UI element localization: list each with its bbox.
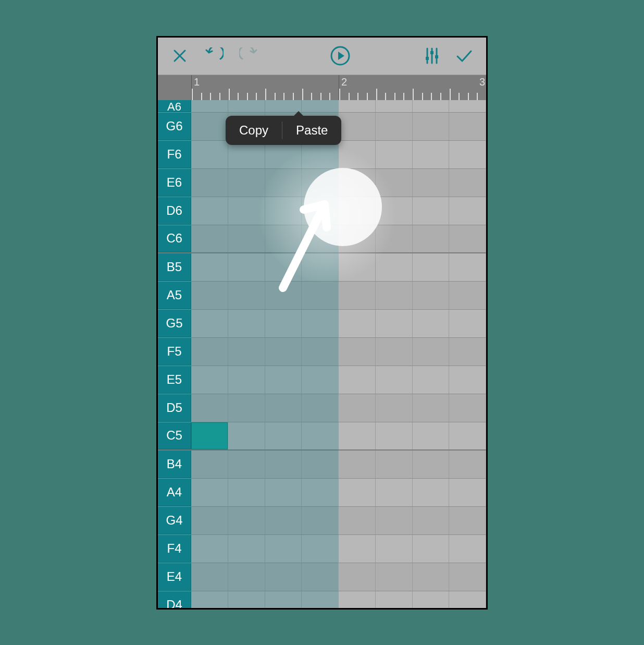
key-label[interactable]: C5 [158, 422, 191, 449]
svg-rect-2 [430, 51, 434, 54]
confirm-button[interactable] [452, 43, 477, 68]
measure-label: 3 [479, 76, 485, 88]
key-label[interactable]: G6 [158, 113, 191, 140]
key-label[interactable]: E4 [158, 563, 191, 591]
key-label[interactable]: E5 [158, 366, 191, 394]
key-label[interactable]: D6 [158, 197, 191, 225]
key-label[interactable]: G5 [158, 310, 191, 337]
measure-label: 2 [341, 76, 347, 88]
piano-roll-grid[interactable]: A6 G6 F6 E6 D6 C6 B5 A5 G5 F5 E5 D5 C5 B… [158, 100, 486, 608]
key-label[interactable]: B4 [158, 451, 191, 478]
key-label[interactable]: F5 [158, 338, 191, 366]
ruler-corner [158, 75, 191, 100]
key-label[interactable]: G4 [158, 507, 191, 534]
key-label[interactable]: A6 [158, 100, 191, 112]
paste-menu-item[interactable]: Paste [282, 116, 341, 145]
midi-note[interactable] [191, 422, 228, 449]
close-button[interactable] [167, 43, 192, 68]
piano-roll-editor: 1 2 3 A6 G6 F6 E6 D6 C6 B5 A5 [156, 36, 488, 610]
measure-label: 1 [194, 76, 200, 88]
undo-button[interactable] [202, 43, 227, 68]
key-label[interactable]: B5 [158, 253, 191, 281]
copy-menu-item[interactable]: Copy [226, 116, 282, 145]
context-menu: Copy Paste [226, 116, 341, 145]
key-label[interactable]: F6 [158, 141, 191, 168]
key-label[interactable]: A5 [158, 282, 191, 309]
svg-rect-1 [426, 57, 429, 60]
timeline-ruler[interactable]: 1 2 3 [191, 75, 486, 100]
key-label[interactable]: D4 [158, 591, 191, 610]
key-label[interactable]: F4 [158, 535, 191, 563]
toolbar [158, 38, 486, 75]
key-label[interactable]: D5 [158, 394, 191, 422]
key-label[interactable]: A4 [158, 479, 191, 506]
mixer-button[interactable] [419, 43, 444, 68]
redo-button[interactable] [236, 43, 261, 68]
key-label[interactable]: E6 [158, 169, 191, 197]
key-label[interactable]: C6 [158, 225, 191, 252]
svg-rect-3 [435, 55, 438, 58]
play-button[interactable] [328, 43, 353, 68]
